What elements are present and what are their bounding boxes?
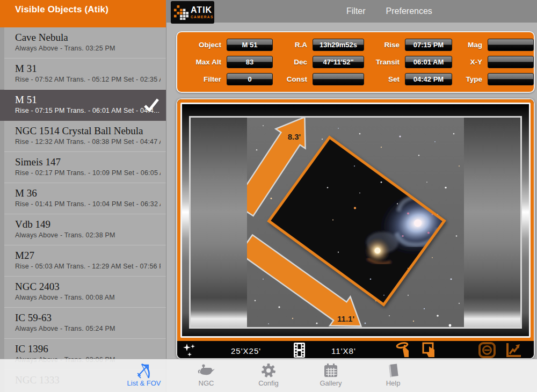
calendar-grid-icon [323, 362, 338, 379]
list-item-m51-selected[interactable]: M 51 Rise - 07:15 PM Trans. - 06:01 AM S… [0, 90, 166, 121]
tab-help[interactable]: Help [370, 359, 416, 392]
field-label-type: Type [458, 75, 482, 83]
atik-logo: ATIK CAMERAS [171, 1, 214, 24]
list-item-ngc1514[interactable]: NGC 1514 Crystal Ball Nebula Rise - 12:3… [4, 121, 166, 152]
object-title: IC 59-63 [15, 312, 161, 324]
object-times: Rise - 07:15 PM Trans. - 06:01 AM Set - … [15, 107, 161, 114]
tab-gallery[interactable]: Gallery [308, 359, 354, 392]
viewer-toolbar: 25'X25' 11'X8' [177, 341, 534, 359]
stars-icon [183, 343, 198, 359]
object-title: IC 1396 [15, 343, 161, 355]
field-label-mag: Mag [458, 41, 482, 49]
object-title: NGC 2403 [15, 281, 161, 293]
preferences-menu-button[interactable]: Preferences [386, 6, 432, 16]
starfield-image: 8.3' 11.1' [247, 118, 464, 327]
field-value-rise: 07:15 PM [405, 39, 452, 51]
field-value-type [488, 73, 534, 85]
tap-object-button[interactable] [396, 342, 413, 360]
object-times: Always Above - Trans. 03:25 PM [15, 45, 161, 52]
object-times: Rise - 12:32 AM Trans. - 08:38 PM Set - … [15, 138, 161, 146]
field-label-const: Const [278, 75, 307, 83]
object-title: Vdb 149 [15, 219, 161, 230]
field-label-set: Set [369, 75, 400, 83]
object-info-panel: Object M 51 R.A 13h29m52s Rise 07:15 PM … [176, 31, 535, 93]
object-times: Always Above - Trans. 05:24 PM [15, 325, 161, 332]
tab-ngc[interactable]: NGC [183, 359, 229, 392]
logo-title: ATIK [191, 6, 214, 14]
field-value-object: M 51 [227, 39, 273, 51]
sidebar-title: Visible Objects (Atik) [0, 0, 166, 27]
tab-label: Gallery [320, 379, 342, 387]
fov-overlay: 8.3' 11.1' [247, 118, 464, 327]
object-title: Cave Nebula [15, 32, 161, 43]
tap-screen-button[interactable] [422, 342, 438, 360]
object-title: M27 [15, 250, 161, 262]
tab-list-and-fov[interactable]: List & FOV [121, 359, 167, 392]
metal-frame: 8.3' 11.1' [180, 103, 531, 338]
lamp-icon [198, 362, 215, 379]
altitude-chart-button[interactable] [505, 342, 521, 360]
tab-label: NGC [199, 379, 214, 387]
object-times: Rise - 07:52 AM Trans. - 05:12 PM Set - … [15, 76, 161, 83]
bow-arrow-icon [136, 362, 152, 379]
object-times: Rise - 01:41 PM Trans. - 10:04 PM Set - … [15, 200, 161, 208]
book-icon [386, 362, 401, 379]
list-item-ngc2403[interactable]: NGC 2403 Always Above - Trans. 00:08 AM [4, 277, 166, 308]
app-window: Visible Objects (Atik) Cave Nebula Alway… [0, 0, 537, 392]
fov-short-label: 8.3' [288, 132, 301, 141]
field-value-transit: 06:01 AM [405, 56, 452, 68]
top-bar: ATIK CAMERAS Filter Preferences [166, 0, 537, 23]
object-title: M 51 [15, 94, 161, 106]
field-value-mag [488, 39, 534, 51]
filter-menu-button[interactable]: Filter [346, 6, 366, 16]
field-label-dec: Dec [278, 58, 307, 66]
object-title: M 31 [15, 63, 161, 75]
field-value-ra: 13h29m52s [313, 39, 364, 51]
field-label-transit: Transit [369, 58, 400, 66]
object-title: M 36 [15, 187, 161, 199]
object-times: Always Above - Trans. 00:08 AM [15, 294, 161, 301]
field-label-ra: R.A [278, 41, 307, 49]
tab-config[interactable]: Config [245, 359, 292, 392]
field-value-dec: 47°11'52" [313, 56, 364, 68]
tab-label: List & FOV [127, 379, 161, 387]
list-item-m27[interactable]: M27 Rise - 05:03 AM Trans. - 12:29 AM Se… [4, 245, 166, 277]
field-value-xy [488, 56, 534, 68]
object-title: NGC 1514 Crystal Ball Nebula [15, 125, 161, 137]
sky-view-frame: 8.3' 11.1' [189, 116, 522, 329]
fov-long-label: 11.1' [337, 314, 354, 323]
main-content: ATIK CAMERAS Filter Preferences Object M… [166, 0, 537, 392]
object-title: Simeis 147 [15, 156, 161, 168]
object-times: Rise - 02:17 PM Trans. - 10:09 PM Set - … [15, 169, 161, 177]
film-frame-icon [293, 342, 306, 360]
field-label-maxalt: Max Alt [188, 58, 221, 66]
list-item-vdb149[interactable]: Vdb 149 Always Above - Trans. 02:38 PM [4, 214, 166, 245]
tab-label: Help [386, 379, 401, 387]
fov-viewer: 8.3' 11.1' [177, 99, 534, 341]
object-list-sidebar[interactable]: Visible Objects (Atik) Cave Nebula Alway… [0, 0, 166, 392]
bottom-tab-bar: List & FOV NGC [0, 359, 537, 392]
fov-viewer-panel: 8.3' 11.1' [176, 98, 535, 359]
object-times: Rise - 05:03 AM Trans. - 12:29 AM Set - … [15, 263, 161, 270]
list-item-cave-nebula[interactable]: Cave Nebula Always Above - Trans. 03:25 … [4, 27, 166, 59]
object-times: Always Above - Trans. 02:38 PM [15, 231, 161, 239]
field-label-object: Object [188, 41, 221, 49]
list-item-ic59-63[interactable]: IC 59-63 Always Above - Trans. 05:24 PM [4, 308, 166, 339]
checkmark-icon [143, 98, 159, 114]
eyepiece-fov-value: 25'X25' [231, 346, 261, 355]
field-value-const [313, 73, 364, 85]
atik-mosaic-icon [173, 4, 188, 20]
list-item-simeis147[interactable]: Simeis 147 Rise - 02:17 PM Trans. - 10:0… [4, 152, 166, 183]
list-item-m31[interactable]: M 31 Rise - 07:52 AM Trans. - 05:12 PM S… [4, 59, 166, 90]
logo-subtitle: CAMERAS [191, 16, 214, 19]
list-item-m36[interactable]: M 36 Rise - 01:41 PM Trans. - 10:04 PM S… [4, 183, 166, 214]
sensor-fov-value: 11'X8' [331, 346, 356, 355]
field-value-maxalt: 83 [227, 56, 273, 68]
field-label-xy: X-Y [458, 58, 482, 66]
tab-label: Config [258, 379, 279, 387]
field-value-set: 04:42 PM [405, 73, 452, 85]
field-label-filter: Filter [188, 75, 221, 83]
gear-icon [261, 362, 276, 379]
field-value-filter: 0 [227, 73, 273, 85]
remove-fov-button[interactable] [478, 342, 496, 360]
